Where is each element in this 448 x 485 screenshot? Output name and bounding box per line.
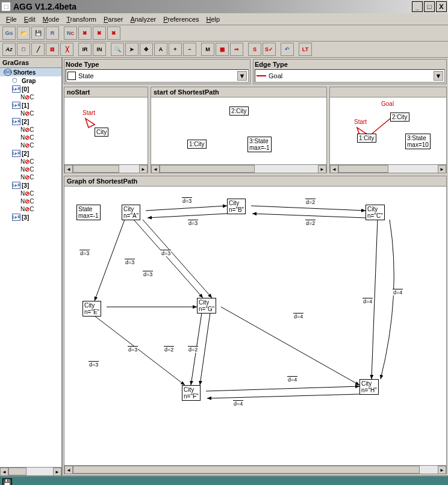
tree-item[interactable]: L▸R[1] — [0, 101, 61, 110]
tool-del3[interactable]: ✖ — [107, 26, 120, 40]
tool-undo[interactable]: ↶ — [281, 43, 294, 56]
tree-item[interactable]: L▸R[3] — [0, 213, 61, 221]
tool-r[interactable]: R — [46, 26, 59, 40]
panel-body[interactable]: 2:City 1:City 3:Statemax=-1 — [151, 97, 326, 164]
city2-node[interactable]: 2:City — [229, 107, 249, 116]
tool-save[interactable]: 💾 — [31, 26, 45, 40]
edge-type-value: Goal — [269, 72, 282, 79]
scroll-left[interactable]: ◄ — [0, 468, 8, 476]
tool-gg[interactable]: GG — [2, 26, 16, 40]
panel-body[interactable]: Start City — [64, 97, 148, 164]
menu-file[interactable]: File — [2, 14, 20, 24]
tree-item[interactable]: L▸R[3] — [0, 181, 61, 190]
scroll-left[interactable]: ◄ — [151, 165, 160, 173]
tree-item[interactable]: N⊘C — [0, 173, 61, 181]
tool-az[interactable]: AZ — [2, 43, 16, 56]
scroll-left[interactable]: ◄ — [330, 165, 338, 173]
tool-zoom[interactable]: 🔍 — [111, 43, 124, 56]
city-node-C[interactable]: Cityn="C" — [366, 205, 385, 220]
edge-label: d=2 — [305, 199, 316, 205]
tool-nodetype[interactable]: □ — [17, 43, 30, 56]
tool-m[interactable]: M — [201, 43, 214, 56]
scroll-left[interactable]: ◄ — [64, 165, 73, 173]
city-node-A[interactable]: Cityn="A" — [122, 205, 140, 220]
tree-item[interactable]: L▸R[2] — [0, 149, 61, 158]
menu-edit[interactable]: Edit — [20, 14, 39, 24]
menu-help[interactable]: Help — [203, 14, 224, 24]
tool-delnode[interactable]: ⊠ — [46, 43, 59, 56]
scroll-left[interactable]: ◄ — [64, 466, 73, 474]
titlebar: ⬚ AGG V1.2.4beta _ □ X — [0, 0, 448, 13]
minimize-button[interactable]: _ — [412, 1, 423, 12]
tree[interactable]: GGShortes⬡GrapL▸R[0]N⊘CL▸R[1]N⊘CL▸R[2]N⊘… — [0, 68, 61, 467]
city-node-H[interactable]: Cityn="H" — [359, 379, 379, 395]
tool-del2[interactable]: ✖ — [93, 26, 106, 40]
tool-del1[interactable]: ✖ — [78, 26, 92, 40]
tree-item[interactable]: N⊘C — [0, 205, 61, 213]
menu-parser[interactable]: Parser — [100, 14, 126, 24]
city-node-F[interactable]: Cityn="F" — [182, 385, 201, 401]
panel-body[interactable]: Goal Start 2:City 1:City 3:Statemax=10 — [330, 97, 446, 164]
tree-item[interactable]: N⊘C — [0, 190, 61, 197]
tree-item[interactable]: L▸R[2] — [0, 117, 61, 126]
scroll-right[interactable]: ► — [53, 468, 61, 476]
tool-delline[interactable]: ╳ — [60, 43, 73, 56]
save-status-icon[interactable]: 💾 — [2, 478, 12, 485]
tree-item[interactable]: ⬡Grap — [0, 76, 61, 85]
maximize-button[interactable]: □ — [424, 1, 435, 12]
tree-item[interactable]: N⊘C — [0, 93, 61, 101]
scroll-right[interactable]: ► — [318, 165, 326, 173]
tool-arrow[interactable]: ⇒ — [230, 43, 243, 56]
scroll-right[interactable]: ► — [438, 466, 446, 474]
tool-plus[interactable]: + — [169, 43, 182, 56]
dropdown-arrow-icon[interactable]: ▼ — [237, 71, 247, 81]
tool-text[interactable]: A — [154, 43, 167, 56]
tool-minus[interactable]: − — [183, 43, 196, 56]
dropdown-arrow-icon[interactable]: ▼ — [434, 71, 443, 81]
tool-s[interactable]: S — [248, 43, 261, 56]
close-button[interactable]: X — [436, 1, 447, 12]
tool-pointer[interactable]: ➤ — [125, 43, 138, 56]
scroll-right[interactable]: ► — [438, 165, 446, 173]
tree-item[interactable]: N⊘C — [0, 110, 61, 117]
tree-item[interactable]: N⊘C — [0, 134, 61, 141]
state-node[interactable]: 3:Statemax=10 — [405, 134, 431, 149]
graph-panel: Graph of ShortestPath — [64, 176, 447, 474]
graph-canvas[interactable]: Statemax=-1 d=3 d=3 d=2 d=2 d=3 d=3 d=3 … — [64, 187, 446, 465]
menu-mode[interactable]: Mode — [39, 14, 63, 24]
tool-in[interactable]: IN — [93, 43, 106, 56]
tree-item[interactable]: GGShortes — [0, 68, 61, 76]
city-node[interactable]: City — [95, 128, 108, 137]
edge-label: d=3 — [125, 259, 135, 265]
menu-analyzer[interactable]: Analyzer — [126, 14, 160, 24]
edge-label: d=3 — [128, 346, 138, 353]
tool-line1[interactable]: ╱ — [31, 43, 45, 56]
city-node-B[interactable]: Cityn="B" — [227, 199, 246, 214]
city-node-G[interactable]: Cityn="G" — [197, 298, 216, 314]
tool-nac[interactable]: NC — [64, 26, 77, 40]
tree-item[interactable]: N⊘C — [0, 141, 61, 149]
tool-ir[interactable]: IR — [78, 43, 92, 56]
node-type-value: State — [78, 72, 94, 79]
edge-type-select[interactable]: Goal ▼ — [255, 69, 445, 82]
tool-open[interactable]: 📂 — [17, 26, 30, 40]
city2-node[interactable]: 2:City — [390, 113, 409, 122]
tool-scheck[interactable]: S✓ — [263, 43, 276, 56]
menu-transform[interactable]: Transform — [63, 14, 100, 24]
tool-lt[interactable]: LT — [299, 43, 312, 56]
tree-item[interactable]: N⊘C — [0, 197, 61, 205]
menu-preferences[interactable]: Preferences — [160, 14, 202, 24]
node-type-select[interactable]: State ▼ — [66, 69, 249, 82]
scroll-right[interactable]: ► — [139, 165, 148, 173]
state-node[interactable]: 3:Statemax=-1 — [247, 137, 272, 152]
tree-item[interactable]: L▸R[0] — [0, 85, 61, 93]
tree-item[interactable]: N⊘C — [0, 158, 61, 165]
city1-node[interactable]: 1:City — [187, 140, 207, 149]
tree-item[interactable]: N⊘C — [0, 165, 61, 173]
city1-node[interactable]: 1:City — [357, 134, 376, 143]
tool-move[interactable]: ✥ — [140, 43, 153, 56]
tree-item[interactable]: N⊘C — [0, 126, 61, 134]
tool-grid[interactable]: ▦ — [216, 43, 229, 56]
city-node-E[interactable]: Cityn="E" — [82, 301, 101, 317]
state-node[interactable]: Statemax=-1 — [76, 205, 101, 220]
